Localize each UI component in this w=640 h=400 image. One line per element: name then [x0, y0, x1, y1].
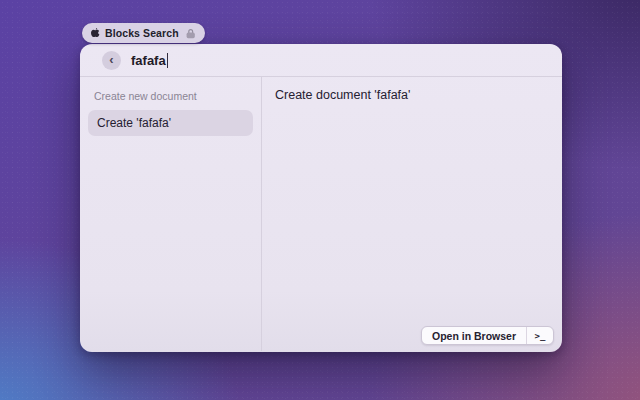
- app-badge-label: Blocks Search: [105, 27, 179, 39]
- app-badge[interactable]: Blocks Search: [82, 23, 205, 43]
- app-icon: [90, 27, 100, 39]
- back-button[interactable]: ‹: [102, 51, 121, 70]
- section-header: Create new document: [88, 85, 253, 109]
- desktop-wallpaper: Blocks Search ‹ fafafa Create new docume…: [0, 0, 640, 400]
- window-content: Create new document Create 'fafafa' Crea…: [80, 77, 562, 351]
- chevron-left-icon: ‹: [109, 53, 113, 66]
- list-item-create-document[interactable]: Create 'fafafa': [88, 110, 253, 136]
- open-in-browser-button[interactable]: Open in Browser: [422, 327, 526, 344]
- search-input[interactable]: fafafa: [131, 53, 168, 68]
- terminal-button[interactable]: >_: [527, 327, 553, 344]
- search-bar: ‹ fafafa: [80, 44, 562, 77]
- terminal-prompt-icon: >_: [535, 331, 546, 341]
- lock-icon: [184, 28, 197, 39]
- action-bar: Open in Browser >_: [421, 326, 554, 345]
- results-panel: Create new document Create 'fafafa': [80, 77, 262, 351]
- detail-title: Create document 'fafafa': [275, 88, 549, 102]
- text-caret: [167, 53, 169, 68]
- blocks-search-window: ‹ fafafa Create new document Create 'faf…: [80, 44, 562, 352]
- search-query: fafafa: [131, 53, 166, 68]
- detail-panel: Create document 'fafafa' Open in Browser…: [262, 77, 562, 351]
